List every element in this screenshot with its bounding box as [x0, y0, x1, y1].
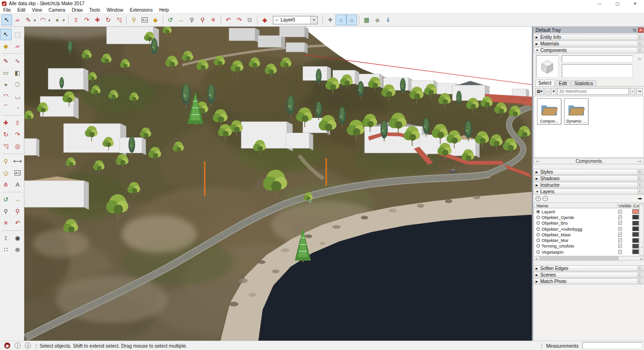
- panel-header-instructor[interactable]: ▶Instructor✕: [534, 182, 644, 188]
- panel-header-scenes[interactable]: ▶Scenes✕: [534, 272, 644, 278]
- measurements-input[interactable]: [582, 342, 642, 349]
- tray-close-icon[interactable]: ✕: [638, 28, 644, 33]
- axes-tool-button[interactable]: ⋔: [0, 179, 12, 190]
- eraser-tool-button[interactable]: ▰: [12, 15, 23, 25]
- tape-measure-tool-button[interactable]: ⚲: [0, 155, 12, 167]
- layer-radio[interactable]: [537, 210, 540, 213]
- position-camera-tool-button[interactable]: ⟟: [0, 232, 12, 244]
- panel-close-icon[interactable]: ✕: [637, 48, 642, 52]
- rotated-rectangle-tool-button[interactable]: ◧: [12, 67, 23, 79]
- zoom-extents-tool-button[interactable]: ✳: [0, 217, 12, 229]
- eraser-tool-button[interactable]: ▰: [12, 40, 23, 52]
- layer-visible-checkbox[interactable]: ✓: [618, 250, 623, 254]
- layer-visible-checkbox[interactable]: ✓: [618, 244, 623, 248]
- panel-header-styles[interactable]: ▶Styles✕: [534, 169, 644, 175]
- menu-help[interactable]: Help: [156, 7, 172, 13]
- model-info-button-button[interactable]: ◆: [259, 15, 270, 25]
- rotate-tool-button[interactable]: ↻: [103, 15, 114, 25]
- layer-row[interactable]: Objekter_Bro✓: [534, 220, 639, 226]
- location-crosshair-button-button[interactable]: ✛: [325, 15, 336, 25]
- follow-me-tool-button[interactable]: ↷: [81, 15, 92, 25]
- view-options-icon[interactable]: ▦▾: [535, 88, 544, 95]
- photo-textures-button-button[interactable]: ⇓: [383, 15, 394, 25]
- paint-bucket-tool-button[interactable]: ◆: [0, 40, 12, 52]
- panel-close-icon[interactable]: ✕: [637, 35, 642, 39]
- zoom-extents-tool-button[interactable]: ✳: [208, 15, 219, 25]
- layer-color-swatch[interactable]: [632, 215, 639, 219]
- layer-visible-checkbox[interactable]: ✓: [618, 215, 623, 219]
- terrain-toggle-button-button[interactable]: ⌂: [346, 15, 357, 25]
- add-layer-button[interactable]: +: [536, 196, 541, 201]
- dropdown-arrow-icon[interactable]: ▼: [48, 19, 51, 22]
- navigate-icon[interactable]: ↪: [636, 88, 643, 95]
- panel-close-icon[interactable]: ✕: [637, 176, 642, 181]
- tape-measure-tool-button[interactable]: ⚲: [129, 15, 139, 25]
- line-tool-button[interactable]: ✎▼: [23, 15, 34, 25]
- next-view-button-button[interactable]: ↷: [234, 15, 244, 25]
- zoom-window-tool-button[interactable]: ⚲: [197, 15, 208, 25]
- layer-radio[interactable]: [537, 221, 540, 225]
- component-thumbnail[interactable]: Compon...: [537, 98, 561, 124]
- freehand-tool-button[interactable]: ∿: [12, 55, 23, 67]
- section-plane-tool-button[interactable]: ⊕: [12, 244, 23, 255]
- walk-tool-button[interactable]: ∷: [0, 244, 12, 255]
- layer-radio[interactable]: [537, 227, 540, 231]
- menu-view[interactable]: View: [29, 7, 45, 13]
- panel-close-icon[interactable]: ✕: [637, 170, 642, 174]
- layer-visible-checkbox[interactable]: ✓: [618, 221, 623, 225]
- prev-collection-icon[interactable]: ⇦: [536, 159, 540, 164]
- dropdown-arrow-icon[interactable]: ▼: [33, 19, 36, 22]
- layer-radio[interactable]: [537, 239, 540, 242]
- arc-tool-button[interactable]: ◡: [12, 90, 23, 102]
- polygon-tool-button[interactable]: ⬠: [12, 79, 23, 90]
- panel-header-shadows[interactable]: ▶Shadows✕: [534, 175, 644, 182]
- close-button[interactable]: ✕: [626, 0, 644, 7]
- zoom-tool-button[interactable]: ⚲: [186, 15, 197, 25]
- make-component-tool-button[interactable]: ⬚: [12, 29, 23, 40]
- panel-header-soften-edges[interactable]: ▶Soften Edges✕: [534, 265, 644, 271]
- arc-tool-button[interactable]: ◠▼: [37, 15, 48, 25]
- viewport-canvas[interactable]: [24, 27, 532, 341]
- layer-color-swatch[interactable]: [632, 249, 639, 254]
- component-thumbnail[interactable]: Dynamic ...: [564, 98, 588, 124]
- panel-close-icon[interactable]: ✕: [637, 279, 642, 284]
- home-icon[interactable]: ⌂: [545, 88, 550, 95]
- scroll-thumb[interactable]: [539, 256, 619, 260]
- text-tool-button[interactable]: A1: [139, 15, 150, 25]
- menu-file[interactable]: File: [0, 7, 14, 13]
- add-location-button-button[interactable]: ▦: [361, 15, 372, 25]
- layer-color-swatch[interactable]: [632, 209, 639, 214]
- panel-close-icon[interactable]: ✕: [637, 190, 642, 194]
- dropdown-arrow-icon[interactable]: ▼: [310, 16, 317, 24]
- tray-title-bar[interactable]: Default Tray ⚲ ✕: [533, 27, 644, 33]
- layer-color-swatch[interactable]: [632, 244, 639, 248]
- layer-row[interactable]: Objekter_Mur✓: [534, 237, 639, 243]
- three-point-arc-tool-button[interactable]: ⌒: [0, 102, 12, 114]
- dimension-tool-button[interactable]: ⟷: [12, 155, 23, 167]
- panel-close-icon[interactable]: ✕: [637, 183, 642, 187]
- menu-window[interactable]: Window: [103, 7, 127, 13]
- panel-header-match-photo[interactable]: ▶Match Photo✕: [534, 278, 644, 284]
- layer-color-swatch[interactable]: [632, 226, 639, 231]
- geolocate-toggle-button-button[interactable]: ⌂: [336, 15, 346, 25]
- maximize-button[interactable]: ▢: [608, 0, 626, 7]
- pin-icon[interactable]: ⚲: [631, 27, 637, 33]
- geolocation-icon[interactable]: ◉: [4, 343, 10, 349]
- layer-radio[interactable]: [537, 216, 540, 219]
- paint-bucket-tool-button[interactable]: ◆: [150, 15, 161, 25]
- protractor-tool-button[interactable]: ◶: [0, 167, 12, 179]
- three-d-text-tool-button[interactable]: A: [12, 179, 23, 190]
- remove-layer-button[interactable]: −: [543, 196, 548, 201]
- panel-header-materials[interactable]: ▶Materials✕: [534, 41, 644, 47]
- two-point-arc-tool-button[interactable]: ◠: [0, 90, 12, 102]
- views-button-button[interactable]: ⧉: [244, 15, 255, 25]
- layer-visible-checkbox[interactable]: ✓: [618, 210, 623, 214]
- orbit-tool-button[interactable]: ↺: [165, 15, 176, 25]
- line-tool-button[interactable]: ✎: [0, 55, 12, 67]
- layer-color-swatch[interactable]: [632, 221, 639, 226]
- panel-header-layers[interactable]: ▼Layers✕: [534, 189, 644, 195]
- layer-row[interactable]: Objekter_Mast✓: [534, 232, 639, 237]
- panel-close-icon[interactable]: ✕: [637, 266, 642, 270]
- tab-select[interactable]: Select: [535, 80, 555, 86]
- panel-header-entity-info[interactable]: ▶Entity Info✕: [534, 34, 644, 40]
